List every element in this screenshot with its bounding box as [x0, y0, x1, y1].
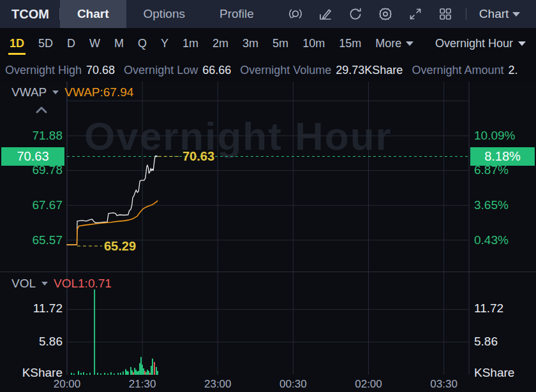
last-price-float-label: 70.63	[182, 149, 214, 163]
fullscreen-icon[interactable]	[408, 6, 423, 22]
volume-bar	[120, 373, 121, 375]
volume-axis-label: 11.72	[474, 301, 503, 316]
stat-value: 2.	[508, 64, 517, 77]
top-tabs: ChartOptionsProfile	[60, 0, 271, 28]
volume-bar	[130, 367, 131, 375]
price-line	[67, 156, 158, 245]
stat-label: Overnight Amount	[412, 64, 503, 77]
volume-bar	[89, 373, 91, 375]
divider	[466, 8, 466, 20]
stat-value: 70.68	[86, 64, 115, 77]
volume-bar	[139, 363, 140, 375]
timeframe-5m[interactable]: 5m	[265, 29, 295, 58]
timeframe-3m[interactable]: 3m	[235, 29, 265, 58]
radar-icon[interactable]	[288, 6, 303, 22]
symbol-ticker: TCOM	[0, 7, 59, 22]
volume-bar	[123, 372, 124, 375]
volume-bar	[126, 371, 128, 375]
timeframe-m[interactable]: M	[107, 29, 131, 58]
last-price-tag: 70.63	[1, 147, 64, 166]
top-bar: TCOM ChartOptionsProfile	[0, 0, 536, 28]
stat-label: Overnight Volume	[240, 64, 331, 77]
volume-axis-label: 5.86	[0, 335, 63, 349]
volume-bar	[149, 373, 151, 375]
chevron-down-icon	[518, 41, 526, 46]
volume-bar	[135, 370, 137, 375]
volume-axis-label: 5.86	[474, 335, 498, 349]
chart-region[interactable]: Overnight Hour VWAP VWAP:67.94 VOL VOL1:…	[0, 82, 536, 392]
vwap-indicator-name[interactable]: VWAP	[11, 85, 47, 99]
price-axis-label: 67.67	[0, 198, 63, 212]
volume-bar	[71, 373, 72, 375]
timeframe-1d[interactable]: 1D	[3, 29, 31, 58]
volume-axis-label: 11.72	[0, 301, 63, 316]
last-change-tag: 8.18%	[470, 147, 535, 166]
timeframe-items: 1D5DDWMQY1m2m3m5m10m15m	[3, 29, 368, 58]
volume-bar	[80, 373, 82, 375]
volume-bar	[110, 372, 112, 375]
timeframe-y[interactable]: Y	[154, 29, 175, 58]
stat-label: Overnight High	[5, 64, 82, 77]
settings-icon[interactable]	[378, 6, 393, 22]
timeframe-2m[interactable]: 2m	[205, 29, 235, 58]
timeframe-5d[interactable]: 5D	[31, 29, 60, 58]
change-axis-label: 0.43%	[474, 233, 509, 247]
volume-bar	[131, 370, 133, 375]
vwap-line	[67, 201, 158, 245]
vol-indicator-name[interactable]: VOL	[11, 277, 36, 291]
change-axis-label: 3.65%	[474, 198, 509, 212]
top-tab-options[interactable]: Options	[126, 0, 202, 28]
volume-bar	[100, 374, 101, 375]
volume-unit-label: KShare	[474, 366, 514, 380]
price-axis-label: 71.88	[0, 129, 63, 143]
time-axis-label: 02:00	[355, 376, 382, 392]
time-axis-label: 23:00	[204, 376, 232, 392]
timeframe-w[interactable]: W	[82, 29, 107, 58]
chevron-down-icon	[406, 41, 413, 46]
refresh-icon[interactable]	[348, 6, 363, 22]
timeframe-1m[interactable]: 1m	[175, 29, 205, 58]
trading-terminal: TCOM ChartOptionsProfile	[0, 0, 536, 392]
volume-bar	[94, 289, 95, 375]
timeframe-q[interactable]: Q	[131, 29, 154, 58]
more-label: More	[375, 37, 401, 50]
time-axis-label: 00:30	[279, 376, 307, 392]
session-stats-bar: Overnight High70.68Overnight Low66.66Ove…	[0, 59, 536, 82]
stat-value: 66.66	[202, 64, 231, 77]
volume-bar	[154, 362, 155, 375]
chevron-down-icon[interactable]	[41, 282, 48, 286]
toolbar-icons	[288, 6, 453, 22]
volume-bar	[145, 372, 147, 375]
timeframe-d[interactable]: D	[60, 29, 82, 58]
volume-bar	[144, 371, 145, 375]
price-axis-label: 65.57	[0, 233, 63, 247]
volume-bar	[147, 370, 148, 375]
volume-bar	[128, 372, 129, 375]
volume-bar	[117, 373, 119, 375]
volume-bar	[140, 357, 142, 375]
open-ref-label: 65.29	[104, 239, 136, 253]
more-timeframes-dropdown[interactable]: More	[368, 37, 421, 50]
volume-bar	[134, 368, 135, 375]
vol-reading: VOL1:0.71	[54, 277, 112, 291]
session-label: Overnight Hour	[435, 37, 513, 50]
top-tab-chart[interactable]: Chart	[60, 0, 126, 28]
change-axis-label: 10.09%	[474, 129, 515, 143]
timeframe-15m[interactable]: 15m	[332, 29, 368, 58]
chart-type-dropdown[interactable]: Chart	[479, 7, 520, 21]
volume-bar	[78, 371, 79, 375]
volume-bar	[86, 374, 87, 375]
price-chart-canvas[interactable]	[0, 82, 536, 272]
vwap-indicator-header: VWAP VWAP:67.94	[11, 85, 133, 99]
top-tab-profile[interactable]: Profile	[202, 0, 271, 28]
layout-grid-icon[interactable]	[438, 6, 453, 22]
volume-bar	[152, 359, 153, 375]
chevron-down-icon[interactable]	[52, 91, 59, 94]
session-selector[interactable]: Overnight Hour	[435, 37, 536, 50]
volume-bar	[97, 373, 98, 375]
collapse-panel-button[interactable]	[33, 105, 50, 116]
time-axis-label: 03:30	[430, 376, 458, 392]
timeframe-10m[interactable]: 10m	[295, 29, 332, 58]
draw-tools-icon[interactable]	[318, 6, 333, 22]
chart-type-label: Chart	[479, 7, 509, 21]
